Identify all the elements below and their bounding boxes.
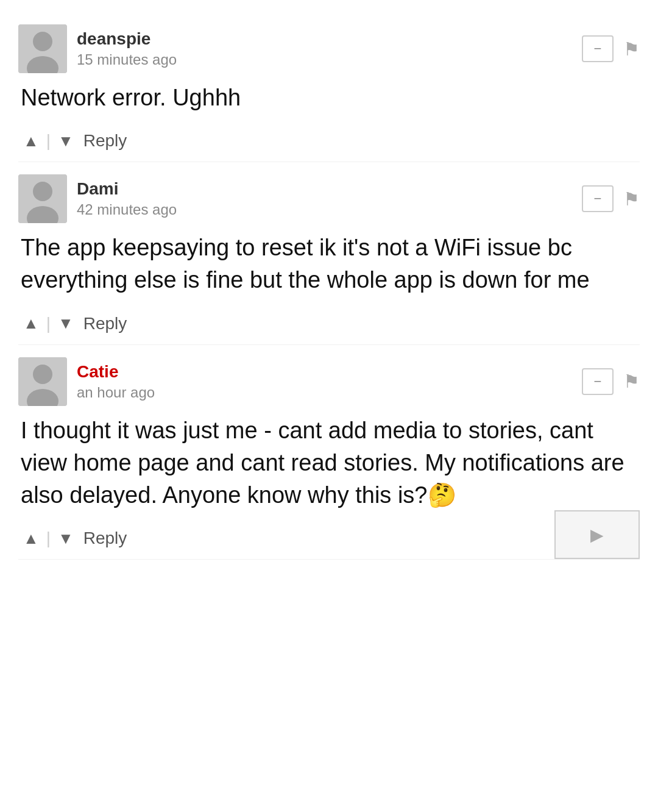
comment-item: Catie an hour ago − ⚑ I thought it was j…: [18, 345, 640, 560]
collapse-button[interactable]: −: [582, 368, 614, 395]
comment-item: deanspie 15 minutes ago − ⚑ Network erro…: [18, 12, 640, 162]
comment-header-left: Catie an hour ago: [18, 357, 155, 406]
flag-icon[interactable]: ⚑: [623, 188, 640, 210]
upvote-button[interactable]: ▲: [18, 312, 44, 335]
comment-text: Network error. Ughhh: [18, 82, 640, 114]
minus-icon: −: [594, 192, 602, 205]
svg-point-1: [33, 32, 52, 51]
upvote-icon: ▲: [23, 132, 39, 151]
vote-divider: |: [46, 131, 51, 151]
comment-username: deanspie: [77, 29, 177, 49]
vote-divider: |: [46, 314, 51, 333]
comment-header-right: − ⚑: [582, 35, 640, 62]
comment-header-left: deanspie 15 minutes ago: [18, 24, 177, 73]
avatar: [18, 174, 67, 223]
comment-username: Dami: [77, 179, 177, 199]
collapse-button[interactable]: −: [582, 185, 614, 212]
svg-point-4: [33, 182, 52, 201]
comment-header-left: Dami 42 minutes ago: [18, 174, 177, 223]
downvote-icon: ▼: [58, 529, 74, 548]
upvote-button[interactable]: ▲: [18, 527, 44, 550]
comment-actions: ▲ | ▼ Reply: [18, 309, 640, 338]
comment-header: Dami 42 minutes ago − ⚑: [18, 174, 640, 223]
comment-header: Catie an hour ago − ⚑: [18, 357, 640, 406]
downvote-button[interactable]: ▼: [53, 312, 79, 335]
avatar: [18, 357, 67, 406]
reply-button[interactable]: Reply: [79, 526, 132, 550]
comment-meta: Catie an hour ago: [77, 362, 155, 401]
upvote-button[interactable]: ▲: [18, 129, 44, 153]
comment-actions: ▲ | ▼ Reply: [18, 524, 640, 553]
downvote-icon: ▼: [58, 314, 74, 333]
comment-header: deanspie 15 minutes ago − ⚑: [18, 24, 640, 73]
svg-point-7: [33, 365, 52, 384]
comment-header-right: − ⚑: [582, 368, 640, 395]
comment-username: Catie: [77, 362, 155, 382]
comment-actions: ▲ | ▼ Reply: [18, 126, 640, 155]
downvote-button[interactable]: ▼: [53, 129, 79, 153]
avatar: [18, 24, 67, 73]
comment-time: 15 minutes ago: [77, 51, 177, 68]
minus-icon: −: [594, 42, 602, 55]
downvote-icon: ▼: [58, 132, 74, 151]
comment-time: 42 minutes ago: [77, 201, 177, 218]
comment-header-right: − ⚑: [582, 185, 640, 212]
ad-placeholder: ▶: [554, 510, 640, 559]
comments-list: deanspie 15 minutes ago − ⚑ Network erro…: [0, 0, 658, 572]
reply-button[interactable]: Reply: [79, 129, 132, 153]
minus-icon: −: [594, 375, 602, 388]
comment-item: Dami 42 minutes ago − ⚑ The app keepsayi…: [18, 162, 640, 344]
comment-text: The app keepsaying to reset ik it's not …: [18, 232, 640, 296]
comment-meta: Dami 42 minutes ago: [77, 179, 177, 218]
upvote-icon: ▲: [23, 529, 39, 548]
comment-meta: deanspie 15 minutes ago: [77, 29, 177, 68]
comment-time: an hour ago: [77, 384, 155, 401]
collapse-button[interactable]: −: [582, 35, 614, 62]
downvote-button[interactable]: ▼: [53, 527, 79, 550]
flag-icon[interactable]: ⚑: [623, 371, 640, 392]
reply-button[interactable]: Reply: [79, 312, 132, 336]
flag-icon[interactable]: ⚑: [623, 38, 640, 60]
upvote-icon: ▲: [23, 314, 39, 333]
vote-divider: |: [46, 529, 51, 548]
comment-text: I thought it was just me - cant add medi…: [18, 415, 640, 512]
